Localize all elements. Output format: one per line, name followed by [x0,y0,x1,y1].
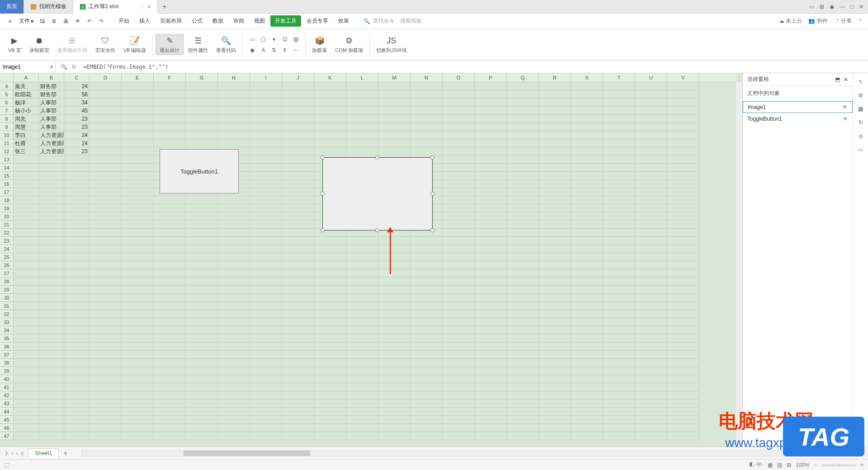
cell[interactable]: 周慧 [14,123,39,131]
fx-cancel-icon[interactable]: 🔍 [61,64,67,70]
cell[interactable] [64,229,90,237]
cell[interactable] [507,204,539,212]
cell[interactable] [14,155,39,164]
cell[interactable] [39,359,64,367]
cell[interactable] [314,343,346,351]
cell[interactable] [443,245,475,253]
cell[interactable] [443,351,475,359]
cell[interactable] [507,351,539,359]
cell[interactable] [475,180,507,188]
cell[interactable] [314,147,346,155]
cell[interactable] [90,277,122,286]
cell[interactable] [603,107,635,115]
cell[interactable] [282,147,314,155]
cell[interactable] [250,131,282,139]
cell[interactable] [154,343,186,351]
cell[interactable] [14,180,39,188]
cell[interactable] [635,383,667,391]
cell[interactable] [346,391,378,400]
cell[interactable] [346,310,378,318]
cell[interactable] [346,383,378,391]
cell[interactable] [346,318,378,326]
cell[interactable] [410,99,443,107]
cell[interactable] [443,375,475,383]
cell[interactable] [122,400,154,408]
cell[interactable] [475,155,507,164]
cell[interactable] [667,310,699,318]
cell[interactable] [186,261,218,269]
sheet-prev-icon[interactable]: ‹ [11,450,13,456]
cell[interactable] [378,391,410,400]
cell[interactable] [122,123,154,131]
resize-handle[interactable] [321,228,325,232]
row-header[interactable]: 18 [0,196,14,204]
cell[interactable] [314,334,346,343]
cell[interactable] [314,424,346,432]
cell[interactable] [90,334,122,343]
cell[interactable] [39,367,64,375]
cell[interactable] [346,139,378,147]
ctrl-list-icon[interactable]: ▤ [291,34,301,44]
cell[interactable] [635,326,667,334]
cell[interactable] [346,99,378,107]
cell[interactable] [346,424,378,432]
ctrl-label-icon[interactable]: A [258,45,268,55]
view-normal-icon[interactable]: ▦ [768,462,773,468]
cell[interactable] [378,294,410,302]
cell[interactable] [603,277,635,286]
cell[interactable] [635,391,667,400]
cell[interactable] [635,424,667,432]
cell[interactable] [186,383,218,391]
cell[interactable] [282,221,314,229]
ribbon-exit-design[interactable]: ✎退出设计 [156,34,184,55]
settings-icon[interactable]: ⚙ [858,92,863,99]
cell[interactable] [603,131,635,139]
cell[interactable] [603,212,635,221]
cell[interactable] [443,196,475,204]
cell[interactable] [39,155,64,164]
cell[interactable] [571,310,603,318]
cell[interactable] [667,147,699,155]
cell[interactable] [64,416,90,424]
cell[interactable] [154,204,186,212]
cell[interactable]: 23 [64,123,90,131]
cell[interactable] [410,237,443,245]
cell[interactable] [346,245,378,253]
cell[interactable] [122,261,154,269]
cell[interactable] [90,400,122,408]
cell[interactable] [122,343,154,351]
cell[interactable] [122,139,154,147]
cell[interactable] [314,253,346,261]
row-header[interactable]: 22 [0,229,14,237]
cell[interactable] [635,172,667,180]
cell[interactable] [667,115,699,123]
row-header[interactable]: 34 [0,326,14,334]
cell[interactable] [667,155,699,164]
cell[interactable] [667,286,699,294]
cell[interactable] [475,408,507,416]
cell[interactable] [14,334,39,343]
cell[interactable] [39,164,64,172]
cell[interactable] [282,155,314,164]
fx-icon[interactable]: fx [72,64,76,70]
cell[interactable] [539,334,571,343]
cell[interactable] [539,253,571,261]
cell[interactable] [603,326,635,334]
row-header[interactable]: 25 [0,253,14,261]
cell[interactable] [154,391,186,400]
row-header[interactable]: 44 [0,408,14,416]
cell[interactable] [475,269,507,277]
cell[interactable] [539,367,571,375]
cell[interactable] [64,375,90,383]
cell[interactable] [154,334,186,343]
cell[interactable] [282,212,314,221]
cell[interactable] [571,391,603,400]
cell[interactable] [507,237,539,245]
cell[interactable] [539,400,571,408]
cell[interactable] [282,90,314,99]
cell[interactable] [90,131,122,139]
row-header[interactable]: 31 [0,302,14,310]
cell[interactable] [539,229,571,237]
cell[interactable] [64,302,90,310]
cell[interactable] [475,286,507,294]
